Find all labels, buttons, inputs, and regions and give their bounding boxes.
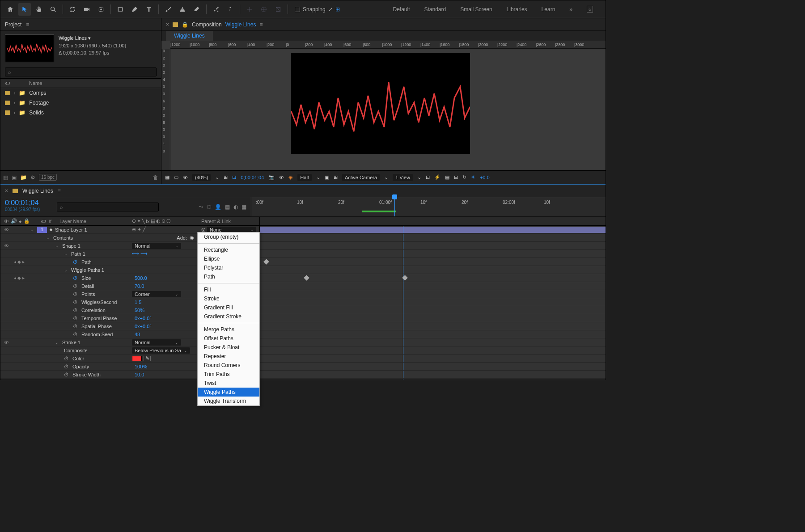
- timeline-row[interactable]: ⏱Spatial Phase0x+0.0°: [0, 322, 606, 330]
- property-value[interactable]: 100%: [135, 364, 147, 369]
- twirl-icon[interactable]: ⌄: [46, 236, 50, 240]
- timeline-row[interactable]: ◂ ◆ ▸⏱Size500.0: [0, 274, 606, 282]
- view-dropdown[interactable]: 1 View: [393, 174, 413, 181]
- visibility-toggle[interactable]: 👁: [0, 340, 12, 345]
- timeline-row[interactable]: ⏱Wiggles/Second1.5: [0, 298, 606, 306]
- keyframe[interactable]: [304, 275, 309, 281]
- comp-breadcrumb-tab[interactable]: Wiggle Lines: [166, 31, 213, 41]
- audio-col-icon[interactable]: 🔊: [11, 218, 17, 224]
- property-label[interactable]: ⌄Path 1: [33, 251, 132, 257]
- comp-flowchart-icon[interactable]: ⊞: [454, 174, 458, 180]
- timeline-row[interactable]: ⌄Wiggle Paths 1: [0, 266, 606, 274]
- stopwatch-icon[interactable]: ⏱: [64, 372, 69, 377]
- layer-duration-bar[interactable]: [260, 227, 606, 233]
- timeline-ruler[interactable]: :00f10f20f01:00f10f20f02:00f10f: [251, 197, 606, 216]
- snapshot-icon[interactable]: 📷: [268, 174, 275, 180]
- solo-col-icon[interactable]: ●: [19, 219, 22, 224]
- timeline-row[interactable]: ⌄Path 1⟷ ⟶: [0, 250, 606, 258]
- timeline-row[interactable]: ⏱Temporal Phase0x+0.0°: [0, 314, 606, 322]
- menu-item[interactable]: Polystar: [198, 263, 259, 272]
- selection-tool-icon[interactable]: [18, 3, 31, 16]
- menu-item[interactable]: Stroke: [198, 294, 259, 303]
- graph-editor-icon[interactable]: ▦: [242, 204, 246, 210]
- stopwatch-icon[interactable]: ⏱: [73, 308, 78, 313]
- zoom-tool-icon[interactable]: [47, 3, 59, 16]
- property-label[interactable]: ⏱Color: [33, 356, 132, 361]
- menu-item[interactable]: Gradient Fill: [198, 303, 259, 312]
- panel-menu-icon[interactable]: ≡: [26, 21, 29, 28]
- roto-brush-tool-icon[interactable]: [210, 3, 222, 16]
- search-help-icon[interactable]: ⌕: [587, 6, 593, 13]
- eraser-tool-icon[interactable]: [191, 3, 203, 16]
- timeline-icon[interactable]: ▤: [445, 174, 449, 180]
- project-folder-comps[interactable]: ›📁Comps: [0, 88, 161, 98]
- property-dropdown[interactable]: Below Previous in Sa⌄: [132, 347, 190, 354]
- menu-item[interactable]: Group (empty): [198, 232, 259, 241]
- twirl-icon[interactable]: ⌄: [64, 252, 68, 256]
- toggle-mask-icon[interactable]: ▭: [174, 174, 178, 180]
- viewer-timecode[interactable]: 0;00;01;04: [241, 175, 264, 180]
- new-comp-icon[interactable]: ▣: [12, 174, 17, 181]
- project-col-name[interactable]: Name: [29, 80, 42, 86]
- brush-tool-icon[interactable]: [162, 3, 174, 16]
- property-label[interactable]: ⌄Stroke 1: [33, 340, 132, 345]
- property-label[interactable]: ⏱Temporal Phase: [33, 316, 132, 321]
- stopwatch-icon[interactable]: ⏱: [73, 316, 78, 321]
- menu-item[interactable]: Path: [198, 272, 259, 281]
- grid-icon[interactable]: ▦: [165, 174, 169, 180]
- property-value[interactable]: 1.5: [135, 300, 141, 305]
- property-label[interactable]: ⏱Spatial Phase: [33, 324, 132, 329]
- trash-icon[interactable]: 🗑: [153, 174, 158, 181]
- menu-item[interactable]: Rectangle: [198, 245, 259, 254]
- property-value[interactable]: 70.0: [135, 283, 144, 289]
- text-tool-icon[interactable]: [143, 3, 155, 16]
- timeline-row[interactable]: 👁⌄Shape 1Normal⌄: [0, 242, 606, 250]
- property-label[interactable]: ⏱Correlation: [33, 308, 132, 313]
- exposure-icon[interactable]: ☀: [471, 174, 475, 180]
- property-label[interactable]: ⏱Wiggles/Second: [33, 300, 132, 305]
- property-label[interactable]: ⏱Detail: [33, 283, 132, 289]
- workspace-default[interactable]: Default: [393, 6, 410, 13]
- workspace-overflow-icon[interactable]: »: [569, 6, 572, 13]
- timeline-row[interactable]: CompositeBelow Previous in Sa⌄: [0, 346, 606, 355]
- snap-checkbox[interactable]: [295, 7, 300, 12]
- menu-item[interactable]: Twist: [198, 379, 259, 388]
- video-col-icon[interactable]: 👁: [4, 219, 9, 224]
- color-swatch[interactable]: [132, 356, 142, 361]
- timeline-row[interactable]: Line CapButt Cap⌄: [0, 379, 606, 380]
- keyframe-nav[interactable]: ◂ ◆ ▸: [12, 259, 33, 264]
- menu-item[interactable]: Gradient Stroke: [198, 312, 259, 321]
- snap-to-edge-icon[interactable]: ⤢: [328, 6, 333, 13]
- color-depth-toggle[interactable]: 16 bpc: [39, 174, 57, 181]
- property-label[interactable]: ⏱Size: [33, 275, 132, 281]
- camera-dropdown[interactable]: Active Camera: [342, 174, 380, 181]
- playhead[interactable]: [394, 197, 395, 216]
- timeline-search-input[interactable]: [57, 203, 159, 211]
- timeline-row[interactable]: ⏱Color✎: [0, 355, 606, 363]
- menu-item[interactable]: Trim Paths: [198, 370, 259, 379]
- chevron-down-icon[interactable]: ⌄: [316, 174, 320, 180]
- layer-name[interactable]: Shape Layer 1: [53, 227, 132, 232]
- layer-name-col[interactable]: Layer Name: [57, 219, 132, 224]
- tag-column-icon[interactable]: 🏷: [5, 80, 11, 86]
- property-value[interactable]: 10.0: [135, 372, 144, 377]
- property-label[interactable]: ⏱Opacity: [33, 364, 132, 369]
- puppet-tool-icon[interactable]: [224, 3, 237, 16]
- show-snapshot-icon[interactable]: 👁: [279, 175, 284, 180]
- interpret-footage-icon[interactable]: ▦: [3, 174, 8, 181]
- timeline-row[interactable]: 👁 ⌄ 1 ★ Shape Layer 1 ⊕ ✦ ╱ ◎ None⌄: [0, 226, 606, 234]
- stopwatch-icon[interactable]: ⏱: [64, 356, 69, 361]
- project-folder-solids[interactable]: ›📁Solids: [0, 108, 161, 118]
- label-col-icon[interactable]: 🏷: [41, 219, 49, 224]
- path-edit-icons[interactable]: ⟷ ⟶: [132, 251, 148, 257]
- project-thumbnail[interactable]: [5, 34, 54, 62]
- workspace-standard[interactable]: Standard: [424, 6, 446, 13]
- shy-icon[interactable]: 👤: [215, 204, 221, 210]
- rectangle-tool-icon[interactable]: [114, 3, 127, 16]
- property-value[interactable]: 50%: [135, 308, 144, 313]
- parent-col[interactable]: Parent & Link: [197, 219, 259, 224]
- num-col[interactable]: #: [49, 219, 57, 224]
- property-label[interactable]: ⏱Stroke Width: [33, 372, 132, 377]
- menu-item[interactable]: Wiggle Paths: [198, 388, 259, 397]
- property-label[interactable]: ⌄Contents: [33, 235, 132, 241]
